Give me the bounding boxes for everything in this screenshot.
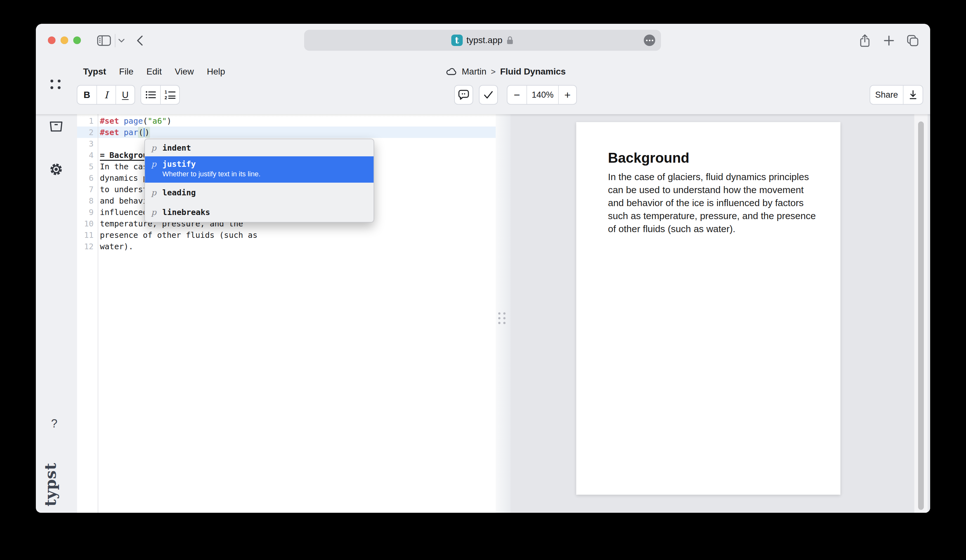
zoom-level-label: 140% xyxy=(526,85,558,104)
titlebar: t typst.app xyxy=(36,24,930,59)
autocomplete-label: justify xyxy=(163,159,196,169)
bullet-list-button[interactable] xyxy=(141,85,160,104)
bold-button[interactable]: B xyxy=(77,85,97,104)
autocomplete-item-justify[interactable]: pjustifyWhether to justify text in its l… xyxy=(145,156,374,183)
share-page-icon[interactable] xyxy=(859,34,871,48)
breadcrumb: Martin > Fluid Dynamics xyxy=(446,59,566,84)
comments-button[interactable] xyxy=(455,85,473,104)
bullet-list-icon xyxy=(145,90,156,100)
line-number: 4 xyxy=(77,151,94,160)
chevron-down-icon[interactable] xyxy=(118,38,125,43)
app-grid-icon[interactable] xyxy=(51,80,61,89)
tab-overview-icon[interactable] xyxy=(906,34,919,47)
checkmark-icon xyxy=(483,90,494,100)
zoom-out-button[interactable]: − xyxy=(508,85,526,104)
url-bar[interactable]: t typst.app xyxy=(304,30,661,51)
code-line[interactable]: 2#set par() xyxy=(77,126,496,138)
parameter-icon: p xyxy=(151,208,158,217)
pane-resize-handle[interactable] xyxy=(496,114,511,513)
underline-button[interactable]: U xyxy=(115,85,135,104)
preview-scrollbar-thumb[interactable] xyxy=(918,122,924,510)
breadcrumb-document: Fluid Dynamics xyxy=(500,67,566,77)
autocomplete-popup: pindentpjustifyWhether to justify text i… xyxy=(144,139,374,223)
line-number: 2 xyxy=(77,128,94,137)
line-number: 8 xyxy=(77,196,94,205)
url-text: typst.app xyxy=(467,35,503,45)
breadcrumb-project[interactable]: Martin xyxy=(462,67,486,77)
menu-item-edit[interactable]: Edit xyxy=(146,67,162,77)
line-number: 5 xyxy=(77,162,94,171)
typst-logo: typst xyxy=(41,453,59,506)
line-number: 10 xyxy=(77,219,94,228)
gutter-divider xyxy=(98,114,98,513)
back-button[interactable] xyxy=(136,34,144,47)
cloud-icon xyxy=(446,67,457,76)
menu-item-file[interactable]: File xyxy=(119,67,133,77)
menu-item-help[interactable]: Help xyxy=(207,67,225,77)
autocomplete-description: Whether to justify text in its line. xyxy=(163,170,374,178)
breadcrumb-separator: > xyxy=(491,67,496,77)
line-number: 6 xyxy=(77,174,94,183)
autocomplete-label: indent xyxy=(163,143,191,153)
svg-text:2: 2 xyxy=(164,95,167,100)
line-number: 9 xyxy=(77,208,94,217)
menu-item-typst[interactable]: Typst xyxy=(83,67,106,77)
code-line[interactable]: 11presence of other fluids (such as xyxy=(77,229,496,241)
titlebar-divider xyxy=(115,34,115,47)
autocomplete-label: linebreaks xyxy=(163,208,210,217)
autocomplete-item-indent[interactable]: pindent xyxy=(145,139,374,156)
files-tray-icon[interactable] xyxy=(49,120,63,133)
numbered-list-icon: 1 2 xyxy=(164,90,176,100)
minimize-window-button[interactable] xyxy=(61,36,68,44)
line-number: 11 xyxy=(77,230,94,240)
download-icon xyxy=(907,89,919,100)
autocomplete-item-leading[interactable]: pleading xyxy=(145,183,374,203)
line-number: 1 xyxy=(77,117,94,126)
browser-window: t typst.app xyxy=(36,24,930,513)
fullscreen-window-button[interactable] xyxy=(73,36,81,44)
numbered-list-button[interactable]: 1 2 xyxy=(160,85,179,104)
menu-item-view[interactable]: View xyxy=(175,67,194,77)
compile-status-button[interactable] xyxy=(480,85,497,104)
parameter-icon: p xyxy=(151,143,158,153)
code-line[interactable]: 1#set page("a6") xyxy=(77,115,496,126)
sidebar-toggle-icon[interactable] xyxy=(97,35,111,46)
italic-button[interactable]: I xyxy=(97,85,115,104)
autocomplete-label: leading xyxy=(163,188,196,197)
line-number: 3 xyxy=(77,139,94,148)
help-button[interactable]: ? xyxy=(51,417,58,430)
gear-icon[interactable] xyxy=(49,163,63,176)
app-menu-bar: TypstFileEditViewHelp xyxy=(83,59,225,84)
comment-bubble-icon xyxy=(458,89,470,101)
code-line[interactable]: 12water). xyxy=(77,241,496,252)
new-tab-icon[interactable] xyxy=(883,35,895,46)
preview-heading: Background xyxy=(608,150,690,166)
page-options-icon[interactable] xyxy=(644,34,655,46)
drag-dots-icon xyxy=(498,312,506,324)
line-number: 7 xyxy=(77,185,94,194)
autocomplete-item-linebreaks[interactable]: plinebreaks xyxy=(145,203,374,222)
download-button[interactable] xyxy=(903,85,923,104)
preview-paragraph: In the case of glaciers, fluid dynamics … xyxy=(608,170,819,235)
parameter-icon: p xyxy=(151,159,158,169)
line-number: 12 xyxy=(77,242,94,251)
lock-icon xyxy=(506,36,514,45)
preview-scrollbar-track[interactable] xyxy=(914,114,928,513)
share-button[interactable]: Share xyxy=(870,85,903,104)
parameter-icon: p xyxy=(151,188,158,197)
typst-favicon: t xyxy=(451,34,463,46)
preview-pane: Background In the case of glaciers, flui… xyxy=(511,114,930,513)
zoom-in-button[interactable]: + xyxy=(558,85,576,104)
preview-page: Background In the case of glaciers, flui… xyxy=(576,122,840,495)
close-window-button[interactable] xyxy=(48,36,56,44)
svg-text:1: 1 xyxy=(164,90,167,95)
